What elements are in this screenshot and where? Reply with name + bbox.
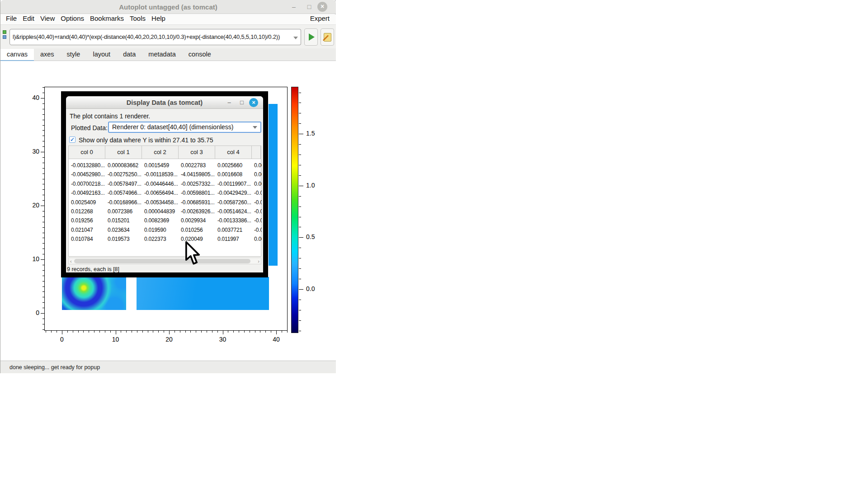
- inspect-uri-button[interactable]: [321, 28, 334, 46]
- tick-mark: [299, 175, 301, 176]
- tick-mark: [148, 331, 148, 333]
- table-row[interactable]: 0.0192560.0152010.00823690.0029934-0.001…: [69, 216, 261, 225]
- close-icon[interactable]: ×: [317, 2, 327, 12]
- menu-file[interactable]: File: [6, 14, 17, 22]
- table-row[interactable]: -0.00700218...-0.00578497...-0.00446446.…: [69, 179, 261, 188]
- uri-input[interactable]: l)&ripples(40,40)+rand(40,40)*(exp(-dist…: [9, 29, 291, 45]
- table-row[interactable]: 0.0210470.0236340.0195900.0102560.003772…: [69, 225, 261, 235]
- filter-checkbox[interactable]: ✓: [69, 136, 75, 143]
- app-title: Autoplot untagged (as tomcat): [0, 3, 336, 11]
- tick-mark: [217, 331, 218, 333]
- go-plot-button[interactable]: [304, 28, 318, 46]
- column-header[interactable]: col 2: [142, 146, 179, 159]
- tick-mark: [42, 302, 44, 303]
- column-header[interactable]: col 4: [215, 146, 252, 159]
- tick-mark: [175, 331, 175, 333]
- table-cell: -0.0: [252, 188, 262, 197]
- tick-mark: [299, 300, 301, 300]
- tick-mark: [42, 286, 44, 287]
- tick-label: 40: [267, 336, 285, 343]
- table-cell: 0.019590: [142, 225, 179, 235]
- table-cell: 0.0015459: [142, 161, 179, 170]
- tick-mark: [223, 331, 223, 334]
- tick-mark: [42, 324, 44, 324]
- column-header[interactable]: col 3: [179, 146, 215, 159]
- dialog-minimize-icon[interactable]: –: [225, 98, 233, 107]
- tab-metadata[interactable]: metadata: [142, 48, 182, 61]
- tab-axes[interactable]: axes: [34, 48, 61, 61]
- table-cell: -0.0: [252, 198, 262, 207]
- tick-mark: [169, 331, 170, 334]
- tick-mark: [116, 331, 116, 334]
- scrollbar-thumb[interactable]: [74, 259, 250, 263]
- tick-label: 20: [27, 202, 39, 209]
- menu-bookmarks[interactable]: Bookmarks: [90, 14, 124, 22]
- tick-mark: [42, 141, 44, 141]
- table-row[interactable]: 0.0107840.0195730.0223730.0200490.011997…: [69, 235, 261, 244]
- tick-label: 0: [27, 309, 39, 316]
- renderer-count-text: The plot contains 1 renderer.: [70, 113, 150, 120]
- table-cell: 0.0025660: [215, 161, 253, 170]
- tick-mark: [299, 237, 303, 238]
- menu-options[interactable]: Options: [61, 14, 84, 22]
- column-header[interactable]: [252, 146, 261, 159]
- table-cell: -0.00587260...: [215, 198, 253, 207]
- tab-style[interactable]: style: [61, 48, 87, 61]
- table-row[interactable]: 0.0025409-0.00168966...-0.00534458...-0.…: [69, 198, 261, 207]
- datasource-type-icon[interactable]: [2, 29, 7, 40]
- tick-mark: [299, 103, 301, 103]
- dialog-close-icon[interactable]: ×: [249, 98, 258, 107]
- tick-mark: [276, 331, 277, 334]
- table-cell: 0.019573: [105, 235, 143, 244]
- minimize-icon[interactable]: –: [290, 3, 298, 11]
- tick-mark: [244, 331, 245, 333]
- tick-mark: [299, 206, 301, 207]
- table-row[interactable]: -0.00492163...-0.00574966...-0.00656494.…: [69, 188, 261, 197]
- uri-dropdown-button[interactable]: [290, 29, 301, 45]
- tick-mark: [299, 268, 301, 269]
- menu-tools[interactable]: Tools: [130, 14, 146, 22]
- scroll-right-icon[interactable]: ›: [258, 258, 259, 264]
- tick-mark: [299, 196, 301, 197]
- app-titlebar[interactable]: Autoplot untagged (as tomcat) – □ ×: [0, 0, 336, 14]
- tick-mark: [42, 179, 44, 179]
- table-cell: 0.00: [252, 161, 262, 170]
- tick-mark: [132, 331, 132, 333]
- expert-mode-label[interactable]: Expert: [310, 14, 330, 22]
- tick-mark: [62, 331, 62, 334]
- tick-mark: [42, 87, 44, 88]
- horizontal-scrollbar[interactable]: ‹ ›: [68, 258, 261, 264]
- table-row[interactable]: 0.0122680.00723860.000044839-0.00263926.…: [69, 207, 261, 216]
- menu-view[interactable]: View: [40, 14, 55, 22]
- tab-data[interactable]: data: [117, 48, 142, 61]
- app-statusbar: done sleeping... get ready for popup: [0, 361, 336, 373]
- tab-layout[interactable]: layout: [86, 48, 117, 61]
- tick-mark: [41, 206, 44, 206]
- tick-mark: [299, 258, 301, 258]
- menu-help[interactable]: Help: [151, 14, 165, 22]
- tick-mark: [42, 319, 44, 319]
- scroll-left-icon[interactable]: ‹: [70, 258, 72, 264]
- maximize-icon[interactable]: □: [305, 3, 313, 11]
- tab-canvas[interactable]: canvas: [0, 49, 34, 61]
- table-row[interactable]: -0.00132880...0.0000836620.00154590.0022…: [69, 161, 261, 170]
- plotted-data-select[interactable]: Renderer 0: dataset[40,40] (dimensionles…: [108, 122, 261, 133]
- dialog-maximize-icon[interactable]: □: [238, 98, 246, 107]
- data-table[interactable]: col 0col 1col 2col 3col 4 -0.00132880...…: [68, 145, 261, 257]
- dialog-title: Display Data (as tomcat): [66, 99, 263, 106]
- table-cell: -0.00119907...: [215, 179, 253, 188]
- menu-edit[interactable]: Edit: [23, 14, 34, 22]
- tick-mark: [299, 279, 301, 279]
- table-row[interactable]: -0.00452980...-0.00275250...-0.00118539.…: [69, 170, 261, 179]
- column-header[interactable]: col 1: [105, 146, 142, 159]
- tab-console[interactable]: console: [182, 48, 217, 61]
- tick-mark: [41, 313, 44, 314]
- tick-label: 20: [160, 336, 178, 343]
- tick-mark: [42, 222, 44, 222]
- column-header[interactable]: col 0: [69, 146, 105, 159]
- tick-mark: [158, 331, 159, 333]
- display-data-dialog: Display Data (as tomcat) – □ × The plot …: [66, 96, 263, 272]
- tick-mark: [299, 248, 301, 248]
- dialog-titlebar[interactable]: Display Data (as tomcat) – □ ×: [66, 96, 263, 109]
- tick-mark: [73, 331, 73, 333]
